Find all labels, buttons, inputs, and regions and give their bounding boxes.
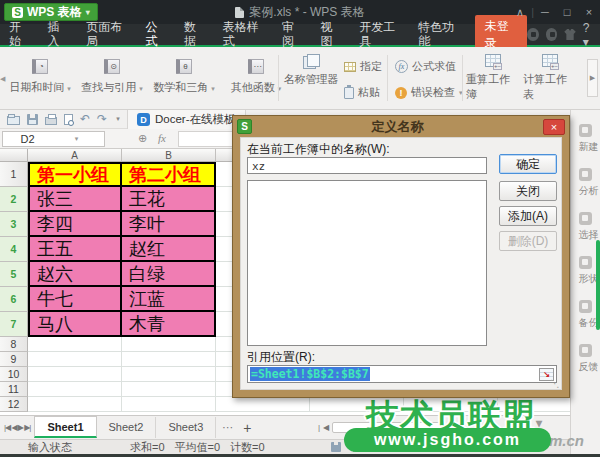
cell-A12[interactable] — [28, 397, 122, 412]
row-header-8[interactable]: 8 — [0, 337, 28, 352]
recalc-workbook-icon — [485, 54, 501, 67]
row-header-11[interactable]: 11 — [0, 382, 28, 397]
refresh-icon[interactable] — [546, 28, 557, 41]
cell-A5[interactable]: 赵六 — [28, 262, 122, 287]
error-check-button[interactable]: ! 错误检查 ▾ — [395, 85, 463, 100]
insert-function-icon[interactable]: fx — [158, 132, 166, 144]
assign-button[interactable]: 指定 — [344, 59, 382, 74]
task-pane-item-反馈[interactable]: 反馈 — [571, 344, 600, 374]
cell-A6[interactable]: 牛七 — [28, 287, 122, 312]
redo-icon[interactable]: ↷ — [97, 114, 107, 124]
chevron-down-icon[interactable]: ▾ — [116, 115, 120, 123]
calc-sheet-button[interactable]: 计算工作表 — [523, 47, 577, 102]
names-listbox[interactable] — [247, 180, 487, 346]
cell-A3[interactable]: 李四 — [28, 212, 122, 237]
name-box[interactable]: D2 ▾ — [2, 131, 105, 147]
chevron-down-icon: ▾ — [139, 85, 143, 92]
dialog-button-确定[interactable]: 确定 — [499, 154, 557, 174]
more-sheets-button[interactable]: ⋯ — [216, 421, 239, 434]
cell-B9[interactable] — [122, 352, 216, 367]
print-preview-icon[interactable] — [64, 114, 73, 125]
dialog-button-添加(A)[interactable]: 添加(A) — [499, 206, 557, 226]
close-button[interactable]: × — [578, 6, 600, 18]
cell-C12[interactable] — [216, 397, 310, 412]
row-header-1[interactable]: 1 — [0, 162, 28, 187]
column-header-A[interactable]: A — [28, 149, 122, 162]
cell-B12[interactable] — [122, 397, 216, 412]
cell-B6[interactable]: 江蓝 — [122, 287, 216, 312]
reference-input[interactable]: =Sheet1!$B$2:$B$7 ↘ — [247, 365, 557, 383]
help-button[interactable]: ?▾ — [583, 21, 594, 49]
function-button-label: 数学和三角 ▾ — [153, 80, 215, 95]
sheet-nav-buttons[interactable]: |◀ ◀ ▶ ▶| — [0, 423, 34, 432]
dialog-button-关闭[interactable]: 关闭 — [499, 181, 557, 201]
cell-A9[interactable] — [28, 352, 122, 367]
dialog-close-button[interactable]: × — [543, 119, 565, 135]
function-button-日期和时间[interactable]: ◔日期和时间 ▾ — [4, 53, 76, 95]
paste-button[interactable]: 粘贴 — [344, 85, 380, 100]
row-header-2[interactable]: 2 — [0, 187, 28, 212]
task-pane-item-新建[interactable]: 新建 — [571, 124, 600, 154]
stat-item: 平均值=0 — [175, 440, 221, 455]
cell-B1[interactable]: 第二小组 — [122, 162, 216, 187]
expand-pane-button[interactable]: ▶ — [587, 59, 598, 97]
select-all-corner[interactable] — [0, 149, 28, 162]
cell-B11[interactable] — [122, 382, 216, 397]
recalc-workbook-button[interactable]: 重算工作簿 — [466, 47, 520, 102]
cell-A11[interactable] — [28, 382, 122, 397]
collapse-ribbon-button[interactable]: ∧ — [509, 6, 531, 19]
sheet-tab-Sheet2[interactable]: Sheet2 — [97, 417, 157, 438]
resize-grip[interactable]: ⋱ — [550, 378, 560, 389]
paste-icon — [344, 87, 354, 99]
cell-A8[interactable] — [28, 337, 122, 352]
column-header-B[interactable]: B — [122, 149, 216, 162]
cell-B3[interactable]: 李叶 — [122, 212, 216, 237]
add-sheet-button[interactable]: + — [239, 420, 255, 436]
save-icon[interactable] — [27, 114, 38, 125]
cell-A1[interactable]: 第一小组 — [28, 162, 122, 187]
cell-B4[interactable]: 赵红 — [122, 237, 216, 262]
row-header-6[interactable]: 6 — [0, 287, 28, 312]
print-icon[interactable] — [45, 117, 57, 125]
skin-icon[interactable] — [564, 29, 575, 40]
lens-icon[interactable]: ⊕ — [138, 132, 147, 145]
function-button-查找与引用[interactable]: ⊙查找与引用 ▾ — [76, 53, 148, 95]
cell-B5[interactable]: 白绿 — [122, 262, 216, 287]
row-header-10[interactable]: 10 — [0, 367, 28, 382]
task-pane-scrollbar[interactable] — [596, 240, 600, 330]
shapes-icon — [579, 256, 592, 269]
function-button-数学和三角[interactable]: θ数学和三角 ▾ — [148, 53, 220, 95]
row-header-5[interactable]: 5 — [0, 262, 28, 287]
docer-icon: D — [137, 113, 150, 126]
cell-B10[interactable] — [122, 367, 216, 382]
row-header-7[interactable]: 7 — [0, 312, 28, 337]
open-icon[interactable] — [7, 116, 20, 125]
cell-A2[interactable]: 张三 — [28, 187, 122, 212]
docer-template-tab[interactable]: D Docer-在线模板 — [127, 110, 246, 129]
undo-icon[interactable]: ↶ — [80, 114, 90, 124]
message-icon[interactable] — [527, 28, 538, 41]
cell-B8[interactable] — [122, 337, 216, 352]
dialog-buttons: 确定关闭添加(A)删除(D) — [499, 154, 557, 256]
row-header-9[interactable]: 9 — [0, 352, 28, 367]
cell-A10[interactable] — [28, 367, 122, 382]
row-header-4[interactable]: 4 — [0, 237, 28, 262]
sheet-tab-Sheet3[interactable]: Sheet3 — [156, 417, 216, 438]
dialog-title-bar[interactable]: S 定义名称 × — [233, 116, 569, 137]
cell-A4[interactable]: 王五 — [28, 237, 122, 262]
minimize-button[interactable]: ─ — [534, 6, 556, 18]
cell-B7[interactable]: 木青 — [122, 312, 216, 337]
row-header-12[interactable]: 12 — [0, 397, 28, 412]
cell-A7[interactable]: 马八 — [28, 312, 122, 337]
docer-label: Docer-在线模板 — [155, 112, 236, 127]
task-pane-item-分析[interactable]: 分析 — [571, 168, 600, 198]
task-pane-item-选择[interactable]: 选择 — [571, 212, 600, 242]
evaluate-formula-button[interactable]: fx 公式求值 — [395, 59, 456, 74]
group-separator — [278, 55, 279, 101]
sheet-tab-Sheet1[interactable]: Sheet1 — [34, 416, 96, 438]
cell-B2[interactable]: 王花 — [122, 187, 216, 212]
name-input[interactable]: xz — [247, 157, 487, 174]
name-manager-button[interactable]: 名称管理器 — [281, 47, 341, 87]
maximize-button[interactable]: □ — [556, 6, 578, 18]
row-header-3[interactable]: 3 — [0, 212, 28, 237]
